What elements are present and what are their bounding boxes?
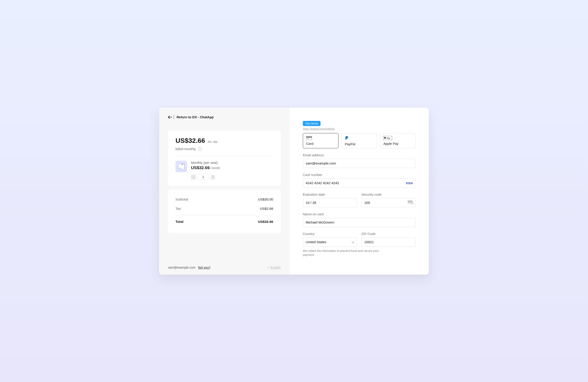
total-label: Total <box>175 220 184 224</box>
cvc-icon: 123 <box>408 200 413 205</box>
svg-rect-4 <box>306 137 312 137</box>
method-paypal-label: PayPal <box>345 142 374 146</box>
price-amount: US$32.66 <box>175 137 205 144</box>
return-link[interactable]: Return to DX - ChatApp <box>168 115 281 119</box>
card-brand-icon: VISA <box>406 181 413 185</box>
language-label: English <box>271 266 281 269</box>
quantity-stepper: − + <box>191 174 273 180</box>
plan-price: US$32.66 <box>191 165 210 170</box>
paypal-icon <box>345 136 349 140</box>
tax-value: US$2.66 <box>260 207 273 211</box>
fraud-disclaimer: We collect this information to prevent f… <box>303 249 387 257</box>
arrow-left-icon <box>168 116 172 119</box>
footer-email: sam@example.com <box>168 266 195 269</box>
zip-field[interactable] <box>361 237 416 247</box>
name-field[interactable] <box>303 218 416 227</box>
qty-increment-button[interactable]: + <box>210 175 215 179</box>
method-card[interactable]: Card <box>303 133 338 148</box>
name-label: Name on card <box>303 212 416 216</box>
zip-label: ZIP Code <box>361 232 416 236</box>
plan-name: Monthly (per seat) <box>191 161 220 165</box>
svg-rect-9 <box>408 201 413 202</box>
payment-panel: Test Mode View Testing Instructions Card… <box>290 108 429 275</box>
subtotal-value: US$30.00 <box>258 197 273 201</box>
total-value: US$32.66 <box>258 220 273 224</box>
svg-text:PRO: PRO <box>179 168 182 169</box>
card-icon <box>306 136 312 140</box>
summary-footer: sam@example.com Not you? English <box>168 266 281 269</box>
per-month: / month <box>210 166 220 170</box>
language-selector[interactable]: English <box>267 266 281 269</box>
payment-methods: Card PayPal Pay Apple Pay <box>303 133 416 148</box>
inc-tax-label: inc. tax <box>208 140 217 144</box>
plan-icon: PRO <box>175 161 187 172</box>
cvc-label: Security code <box>361 192 416 196</box>
divider <box>175 156 273 156</box>
cardnum-label: Card number <box>303 173 416 177</box>
expiration-field[interactable] <box>303 198 357 207</box>
applepay-icon: Pay <box>383 136 392 140</box>
method-applepay-label: Apple Pay <box>383 142 412 146</box>
svg-point-1 <box>179 166 180 167</box>
country-select[interactable]: United States <box>303 237 357 247</box>
country-label: Country <box>303 232 357 236</box>
divider <box>174 115 174 119</box>
method-paypal[interactable]: PayPal <box>341 133 377 148</box>
tax-label: Tax <box>175 207 181 211</box>
svg-rect-5 <box>307 138 309 139</box>
info-icon[interactable]: i <box>198 147 202 151</box>
email-label: Email address <box>303 153 416 157</box>
not-you-link[interactable]: Not you? <box>198 266 210 269</box>
svg-text:Pay: Pay <box>387 137 390 139</box>
billed-label: billed monthly <box>175 147 196 151</box>
test-mode-badge: Test Mode <box>303 121 320 126</box>
qty-input[interactable] <box>198 174 209 180</box>
totals-card: Subtotal US$30.00 Tax US$2.66 Total US$3… <box>168 190 281 233</box>
svg-rect-3 <box>306 136 312 140</box>
qty-decrement-button: − <box>191 175 196 179</box>
subtotal-label: Subtotal <box>175 197 188 201</box>
price-card: US$32.66 inc. tax billed monthly i PRO M… <box>168 131 281 186</box>
checkout-modal: Return to DX - ChatApp US$32.66 inc. tax… <box>159 108 429 275</box>
svg-text:123: 123 <box>411 202 413 204</box>
exp-label: Expiration date <box>303 192 357 196</box>
summary-panel: Return to DX - ChatApp US$32.66 inc. tax… <box>159 108 290 275</box>
email-field[interactable] <box>303 159 416 168</box>
method-applepay[interactable]: Pay Apple Pay <box>380 133 416 148</box>
method-card-label: Card <box>306 142 335 146</box>
chevron-down-icon <box>267 267 269 268</box>
return-label: Return to DX - ChatApp <box>177 115 213 119</box>
testing-instructions-link[interactable]: View Testing Instructions <box>303 127 416 130</box>
cardnum-field[interactable] <box>303 178 416 188</box>
